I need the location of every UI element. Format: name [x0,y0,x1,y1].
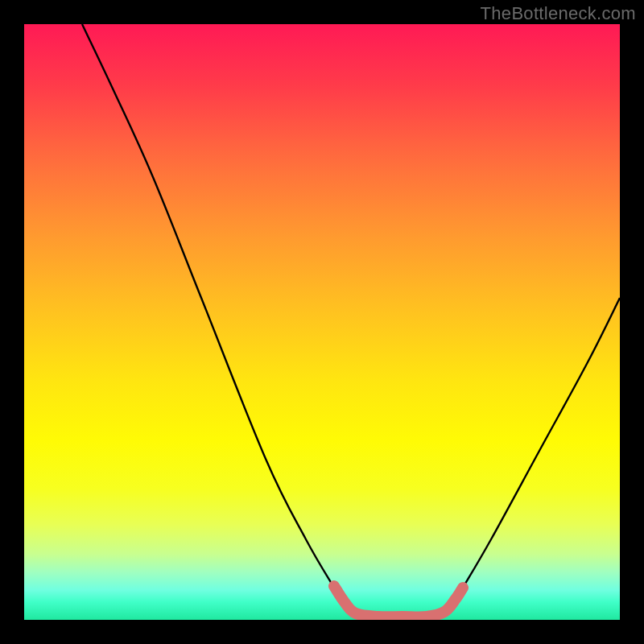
watermark-text: TheBottleneck.com [481,3,636,24]
curve-right [463,298,620,588]
curve-left [82,24,334,588]
curve-layer [24,24,620,620]
valley-marker [334,586,463,617]
plot-area [24,24,620,620]
chart-frame: TheBottleneck.com [0,0,644,644]
